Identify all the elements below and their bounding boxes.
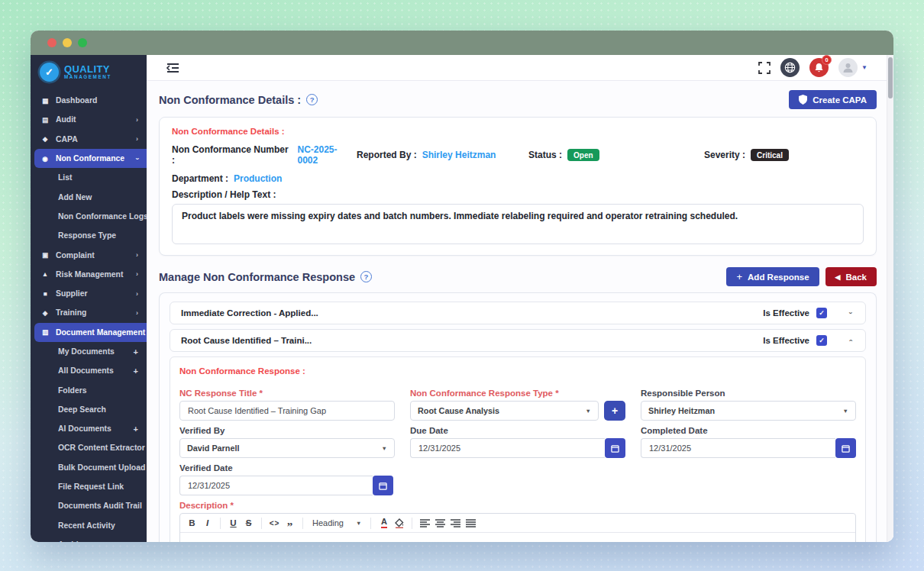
verified-date-calendar-button[interactable]	[373, 476, 393, 495]
add-response-button[interactable]: + Add Response	[726, 267, 819, 286]
capa-icon: ◆	[40, 135, 50, 143]
sidebar-item-my-documents[interactable]: My Documents+	[31, 342, 147, 361]
strikethrough-icon[interactable]: S	[241, 516, 256, 530]
close-window-button[interactable]	[47, 38, 57, 47]
response-type-select[interactable]: Root Cause Analysis ▼	[410, 401, 599, 421]
sidebar-item-deep-search[interactable]: Deep Search	[31, 400, 147, 419]
sidebar-item-dashboard[interactable]: ▦Dashboard	[31, 91, 147, 110]
blockquote-icon[interactable]: ”	[283, 516, 297, 530]
sidebar-item-supplier[interactable]: ■Supplier›	[31, 284, 147, 303]
create-capa-button[interactable]: Create CAPA	[789, 90, 877, 109]
is-effective-checkbox[interactable]: ✓	[816, 335, 827, 346]
vertical-scrollbar[interactable]	[887, 55, 893, 542]
completed-date-calendar-button[interactable]	[835, 438, 856, 458]
sidebar-item-capa[interactable]: ◆CAPA›	[31, 130, 147, 149]
sidebar-item-audit[interactable]: ▤Audit›	[31, 110, 147, 129]
notifications-bell-icon[interactable]: 0	[809, 58, 829, 77]
audit-icon: ▤	[40, 116, 50, 124]
chevron-up-icon[interactable]: ›	[847, 337, 855, 344]
response-accordion-title: Immediate Correction - Applied...	[181, 308, 318, 318]
sidebar-collapse-icon[interactable]	[166, 63, 179, 73]
sidebar-item-archive[interactable]: Archive+	[31, 535, 147, 542]
expand-plus-icon[interactable]: +	[134, 540, 138, 542]
help-icon[interactable]: ?	[360, 271, 372, 282]
expand-plus-icon[interactable]: +	[134, 366, 138, 376]
align-center-icon[interactable]	[433, 516, 447, 530]
add-response-type-button[interactable]: +	[604, 401, 625, 421]
sidebar-item-non-conformance[interactable]: ◉Non Conformance›	[34, 149, 147, 168]
topbar: 0 ▼	[147, 55, 893, 81]
align-justify-icon[interactable]	[464, 516, 478, 530]
minimize-window-button[interactable]	[63, 38, 72, 47]
responsible-person-label: Responsible Person	[641, 389, 856, 398]
sidebar-item-all-documents[interactable]: All Documents+	[31, 361, 147, 380]
heading-dropdown[interactable]: Heading ▼	[309, 518, 365, 527]
response-accordion-header[interactable]: Root Cause Identified – Traini...Is Effe…	[170, 329, 866, 352]
sidebar-item-training[interactable]: ◈Training›	[31, 303, 147, 322]
is-effective-checkbox[interactable]: ✓	[816, 308, 827, 318]
underline-icon[interactable]: U	[226, 516, 241, 530]
sidebar-item-label: AI Documents	[58, 424, 111, 433]
verified-date-input[interactable]	[179, 476, 373, 495]
italic-icon[interactable]: I	[200, 516, 215, 530]
sidebar-item-label: Recent Activity	[58, 521, 115, 530]
nc-response-title-label: NC Response Title *	[179, 389, 395, 398]
description-label: Description *	[179, 501, 856, 510]
chevron-down-icon: ▼	[586, 408, 591, 415]
details-card-title: Non Conformance Details :	[172, 127, 864, 136]
nc-number-value[interactable]: NC-2025-0002	[298, 144, 357, 166]
sidebar-item-ocr-content-extractor[interactable]: OCR Content Extractor	[31, 438, 147, 457]
app-logo[interactable]: ✓ QUALITY MANAGEMENT	[31, 55, 147, 86]
response-accordion-header[interactable]: Immediate Correction - Applied...Is Effe…	[170, 302, 866, 324]
sidebar-item-list[interactable]: List	[31, 168, 147, 187]
sidebar-item-label: Response Type	[58, 231, 116, 240]
logo-subtitle: MANAGEMENT	[64, 75, 111, 80]
sidebar-item-complaint[interactable]: ▣Complaint›	[31, 245, 147, 264]
text-color-icon[interactable]: A	[376, 516, 391, 530]
bold-icon[interactable]: B	[185, 516, 199, 530]
sidebar-item-ai-documents[interactable]: AI Documents+	[31, 419, 147, 438]
sidebar-item-label: Risk Management	[56, 270, 123, 279]
due-date-input[interactable]	[410, 438, 605, 458]
chevron-down-icon[interactable]: ›	[847, 309, 855, 317]
expand-plus-icon[interactable]: +	[134, 347, 138, 356]
align-right-icon[interactable]	[448, 516, 463, 530]
highlight-color-icon[interactable]	[392, 516, 406, 530]
sidebar-item-document-management[interactable]: ▥Document Management›	[34, 323, 147, 342]
chevron-down-icon: ▼	[356, 520, 361, 527]
help-icon[interactable]: ?	[306, 94, 318, 105]
verified-by-select[interactable]: David Parnell ▼	[179, 438, 395, 458]
sidebar-item-response-type[interactable]: Response Type	[31, 226, 147, 245]
document-icon: ▥	[40, 328, 50, 336]
sidebar-item-bulk-document-upload[interactable]: Bulk Document Upload	[31, 458, 147, 477]
fullscreen-icon[interactable]	[758, 62, 771, 74]
chevron-right-icon: ›	[136, 251, 138, 259]
sidebar-item-recent-activity[interactable]: Recent Activity	[31, 516, 147, 535]
code-icon[interactable]: <>	[267, 516, 282, 530]
sidebar-item-documents-audit-trail[interactable]: Documents Audit Trail	[31, 496, 147, 515]
sidebar-item-add-new[interactable]: Add New	[31, 187, 147, 206]
maximize-window-button[interactable]	[78, 38, 87, 47]
complaint-icon: ▣	[40, 251, 50, 259]
sidebar-item-folders[interactable]: Folders	[31, 380, 147, 399]
scrollbar-thumb[interactable]	[888, 57, 893, 98]
dashboard-icon: ▦	[40, 97, 50, 105]
responsible-person-select[interactable]: Shirley Heitzman ▼	[641, 401, 856, 421]
expand-plus-icon[interactable]: +	[134, 424, 138, 434]
sidebar-item-label: Supplier	[56, 289, 88, 298]
sidebar: ✓ QUALITY MANAGEMENT ▦Dashboard▤Audit›◆C…	[31, 55, 147, 542]
sidebar-item-non-conformance-logs[interactable]: Non Conformance Logs	[31, 207, 147, 226]
language-globe-icon[interactable]	[780, 58, 800, 77]
align-left-icon[interactable]	[418, 516, 432, 530]
nc-response-title-input[interactable]	[179, 401, 395, 421]
description-editor-content[interactable]: Investigation revealed that new operator…	[180, 533, 855, 542]
sidebar-item-risk-management[interactable]: ▲Risk Management›	[31, 265, 147, 284]
user-menu[interactable]: ▼	[838, 58, 867, 77]
due-date-calendar-button[interactable]	[605, 438, 625, 458]
sidebar-item-label: File Request Link	[58, 482, 124, 491]
back-button[interactable]: ◀ Back	[825, 267, 877, 286]
sidebar-item-file-request-link[interactable]: File Request Link	[31, 477, 147, 496]
completed-date-input[interactable]	[641, 438, 835, 458]
sidebar-item-label: Training	[56, 308, 86, 317]
sidebar-item-label: Document Management	[56, 328, 145, 337]
